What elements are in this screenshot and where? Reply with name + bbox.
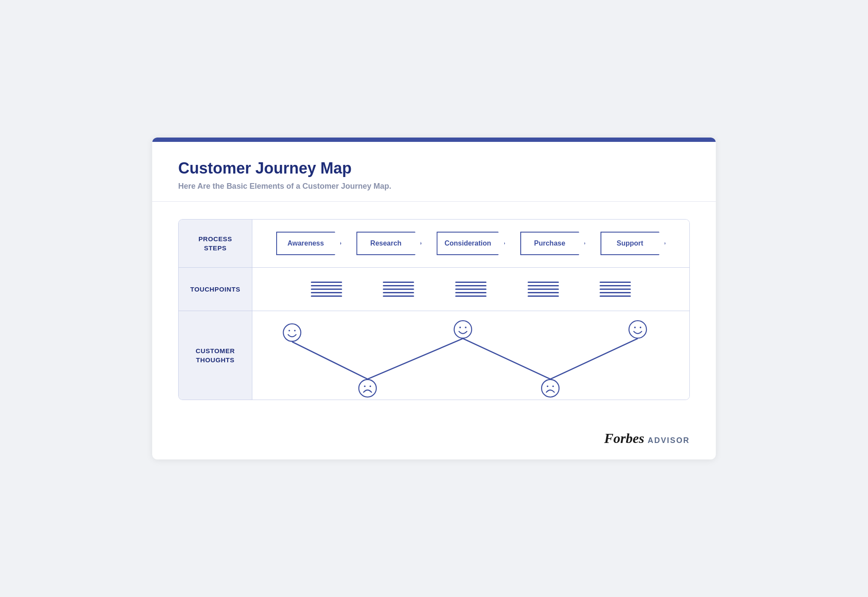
line [311,292,342,293]
step-purchase: Purchase [520,232,585,255]
line [383,289,414,290]
svg-point-10 [547,385,548,387]
customer-thoughts-label-text: CUSTOMERTHOUGHTS [196,346,235,364]
line [600,285,631,286]
svg-point-0 [283,324,300,341]
touchpoint-icon-1 [311,282,342,297]
customer-thoughts-content [252,311,689,400]
line [528,289,559,290]
forbes-logo: Forbes [604,430,644,446]
svg-point-11 [552,385,554,387]
svg-point-6 [454,321,472,338]
process-steps-label-text: PROCESSSTEPS [199,234,232,253]
main-card: Customer Journey Map Here Are the Basic … [152,138,716,459]
svg-point-12 [629,321,646,338]
line [600,295,631,297]
step-consideration-label: Consideration [444,239,491,247]
forbes-footer: Forbes ADVISOR [152,422,716,459]
sad-face-purchase [542,380,559,397]
touchpoints-row: TOUCHPOINTS [179,268,689,311]
line [311,289,342,290]
line [455,292,486,293]
line [383,285,414,286]
line [311,285,342,286]
touchpoint-icon-5 [600,282,631,297]
customer-thoughts-row: CUSTOMERTHOUGHTS [179,311,689,400]
sad-face-research [359,380,376,397]
svg-point-4 [364,385,365,387]
step-support: Support [600,232,666,255]
svg-point-1 [288,330,290,331]
touchpoints-label-text: TOUCHPOINTS [190,285,241,294]
svg-point-7 [459,327,461,328]
svg-point-2 [294,330,296,331]
happy-face-support [629,321,646,338]
line [455,282,486,283]
process-steps-label: PROCESSSTEPS [179,220,252,267]
svg-point-14 [640,327,641,328]
process-steps-row: PROCESSSTEPS Awareness Research Consider… [179,220,689,268]
line [528,295,559,297]
svg-point-5 [369,385,371,387]
card-header: Customer Journey Map Here Are the Basic … [152,142,716,202]
step-support-label: Support [617,239,643,247]
step-research-label: Research [370,239,401,247]
happy-face-consideration [454,321,472,338]
line [383,282,414,283]
line [600,282,631,283]
customer-thoughts-label: CUSTOMERTHOUGHTS [179,311,252,400]
line [383,295,414,297]
line [600,292,631,293]
happy-face-awareness [283,324,300,341]
page-subtitle: Here Are the Basic Elements of a Custome… [178,182,690,191]
line [455,285,486,286]
card-body: PROCESSSTEPS Awareness Research Consider… [152,202,716,422]
svg-point-8 [465,327,467,328]
svg-point-13 [634,327,636,328]
line [600,289,631,290]
svg-point-9 [542,380,559,397]
step-awareness-label: Awareness [287,239,324,247]
line [455,295,486,297]
emotion-line [292,338,638,379]
process-steps-content: Awareness Research Consideration Purchas… [252,220,689,267]
step-awareness: Awareness [276,232,341,255]
thoughts-chart [252,311,689,398]
touchpoint-icon-2 [383,282,414,297]
line [383,292,414,293]
touchpoint-icon-3 [455,282,486,297]
svg-point-3 [359,380,376,397]
line [528,292,559,293]
journey-table: PROCESSSTEPS Awareness Research Consider… [178,219,690,400]
touchpoints-label: TOUCHPOINTS [179,268,252,311]
page-title: Customer Journey Map [178,159,690,177]
step-purchase-label: Purchase [534,239,565,247]
line [528,282,559,283]
line [311,282,342,283]
line [311,295,342,297]
forbes-advisor-text: ADVISOR [648,436,690,445]
step-consideration: Consideration [437,232,505,255]
line [528,285,559,286]
top-accent-bar [152,138,716,142]
line [455,289,486,290]
touchpoint-icon-4 [528,282,559,297]
step-research: Research [356,232,421,255]
touchpoints-content [252,268,689,311]
